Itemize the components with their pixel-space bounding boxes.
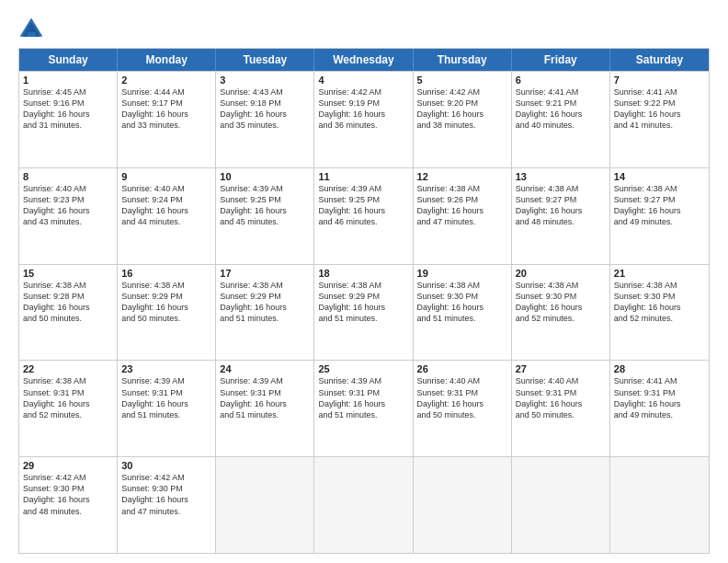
cal-cell: 29Sunrise: 4:42 AMSunset: 9:30 PMDayligh…	[19, 457, 118, 553]
cal-row-0: 1Sunrise: 4:45 AMSunset: 9:16 PMDaylight…	[19, 71, 709, 167]
logo	[18, 17, 48, 42]
day-number: 20	[516, 268, 606, 279]
cal-cell	[314, 457, 413, 553]
cell-text: Sunrise: 4:42 AMSunset: 9:30 PMDaylight:…	[23, 472, 113, 517]
day-number: 17	[220, 268, 310, 279]
page: SundayMondayTuesdayWednesdayThursdayFrid…	[0, 0, 728, 563]
day-number: 26	[417, 363, 507, 374]
day-number: 24	[220, 363, 310, 374]
cell-text: Sunrise: 4:40 AMSunset: 9:31 PMDaylight:…	[516, 375, 606, 420]
svg-rect-2	[27, 32, 35, 37]
day-number: 18	[318, 268, 408, 279]
cell-text: Sunrise: 4:41 AMSunset: 9:31 PMDaylight:…	[614, 375, 705, 420]
cal-row-4: 29Sunrise: 4:42 AMSunset: 9:30 PMDayligh…	[19, 456, 709, 553]
cell-text: Sunrise: 4:40 AMSunset: 9:31 PMDaylight:…	[417, 375, 507, 420]
cell-text: Sunrise: 4:38 AMSunset: 9:30 PMDaylight:…	[516, 280, 606, 325]
day-number: 30	[121, 460, 211, 471]
cal-cell: 12Sunrise: 4:38 AMSunset: 9:26 PMDayligh…	[414, 168, 512, 264]
cal-cell: 9Sunrise: 4:40 AMSunset: 9:24 PMDaylight…	[118, 168, 216, 264]
cal-cell: 11Sunrise: 4:39 AMSunset: 9:25 PMDayligh…	[314, 168, 413, 264]
cell-text: Sunrise: 4:38 AMSunset: 9:30 PMDaylight:…	[417, 280, 507, 325]
day-number: 9	[121, 171, 211, 182]
day-number: 23	[121, 363, 211, 374]
cal-cell	[512, 457, 610, 553]
calendar: SundayMondayTuesdayWednesdayThursdayFrid…	[18, 48, 710, 554]
cal-cell: 8Sunrise: 4:40 AMSunset: 9:23 PMDaylight…	[19, 168, 118, 264]
day-number: 19	[417, 268, 507, 279]
cal-cell: 5Sunrise: 4:42 AMSunset: 9:20 PMDaylight…	[414, 72, 512, 167]
day-number: 14	[614, 171, 705, 182]
cal-cell: 23Sunrise: 4:39 AMSunset: 9:31 PMDayligh…	[118, 361, 216, 456]
col-header-wednesday: Wednesday	[314, 49, 413, 71]
cell-text: Sunrise: 4:45 AMSunset: 9:16 PMDaylight:…	[23, 86, 113, 132]
cell-text: Sunrise: 4:38 AMSunset: 9:29 PMDaylight:…	[318, 280, 408, 325]
day-number: 11	[318, 171, 408, 182]
day-number: 4	[318, 75, 408, 86]
cal-cell: 30Sunrise: 4:42 AMSunset: 9:30 PMDayligh…	[118, 457, 216, 553]
day-number: 3	[220, 75, 310, 86]
col-header-tuesday: Tuesday	[216, 49, 314, 71]
cell-text: Sunrise: 4:39 AMSunset: 9:31 PMDaylight:…	[121, 375, 211, 420]
day-number: 15	[23, 268, 113, 279]
day-number: 5	[417, 75, 507, 86]
cal-cell: 25Sunrise: 4:39 AMSunset: 9:31 PMDayligh…	[314, 361, 413, 456]
cal-cell: 26Sunrise: 4:40 AMSunset: 9:31 PMDayligh…	[414, 361, 512, 456]
day-number: 13	[516, 171, 606, 182]
day-number: 10	[220, 171, 310, 182]
col-header-sunday: Sunday	[19, 49, 118, 71]
cell-text: Sunrise: 4:38 AMSunset: 9:31 PMDaylight:…	[23, 375, 113, 420]
cell-text: Sunrise: 4:38 AMSunset: 9:29 PMDaylight:…	[220, 280, 310, 325]
cal-cell: 21Sunrise: 4:38 AMSunset: 9:30 PMDayligh…	[610, 265, 709, 361]
cal-cell: 16Sunrise: 4:38 AMSunset: 9:29 PMDayligh…	[118, 265, 216, 361]
cal-cell: 15Sunrise: 4:38 AMSunset: 9:28 PMDayligh…	[19, 265, 118, 361]
col-header-friday: Friday	[512, 49, 610, 71]
day-number: 22	[23, 363, 113, 374]
cell-text: Sunrise: 4:38 AMSunset: 9:26 PMDaylight:…	[417, 183, 507, 228]
cal-row-3: 22Sunrise: 4:38 AMSunset: 9:31 PMDayligh…	[19, 360, 709, 456]
cal-cell: 6Sunrise: 4:41 AMSunset: 9:21 PMDaylight…	[512, 72, 610, 167]
cal-cell: 13Sunrise: 4:38 AMSunset: 9:27 PMDayligh…	[512, 168, 610, 264]
cell-text: Sunrise: 4:38 AMSunset: 9:30 PMDaylight:…	[614, 280, 705, 325]
header	[18, 17, 710, 42]
day-number: 2	[121, 75, 211, 86]
cal-cell: 28Sunrise: 4:41 AMSunset: 9:31 PMDayligh…	[610, 361, 709, 456]
cell-text: Sunrise: 4:39 AMSunset: 9:25 PMDaylight:…	[318, 183, 408, 228]
cell-text: Sunrise: 4:42 AMSunset: 9:30 PMDaylight:…	[121, 472, 211, 517]
cal-row-1: 8Sunrise: 4:40 AMSunset: 9:23 PMDaylight…	[19, 167, 709, 264]
day-number: 1	[23, 75, 113, 86]
cal-cell: 7Sunrise: 4:41 AMSunset: 9:22 PMDaylight…	[610, 72, 709, 167]
cal-cell: 1Sunrise: 4:45 AMSunset: 9:16 PMDaylight…	[19, 72, 118, 167]
cell-text: Sunrise: 4:42 AMSunset: 9:20 PMDaylight:…	[417, 86, 507, 132]
day-number: 29	[23, 460, 113, 471]
cell-text: Sunrise: 4:38 AMSunset: 9:28 PMDaylight:…	[23, 280, 113, 325]
col-header-thursday: Thursday	[414, 49, 512, 71]
cal-cell: 3Sunrise: 4:43 AMSunset: 9:18 PMDaylight…	[216, 72, 314, 167]
day-number: 12	[417, 171, 507, 182]
calendar-body: 1Sunrise: 4:45 AMSunset: 9:16 PMDaylight…	[19, 71, 709, 553]
cal-cell: 10Sunrise: 4:39 AMSunset: 9:25 PMDayligh…	[216, 168, 314, 264]
cell-text: Sunrise: 4:41 AMSunset: 9:21 PMDaylight:…	[516, 86, 606, 132]
cal-cell: 19Sunrise: 4:38 AMSunset: 9:30 PMDayligh…	[414, 265, 512, 361]
cell-text: Sunrise: 4:39 AMSunset: 9:31 PMDaylight:…	[220, 375, 310, 420]
cal-cell: 27Sunrise: 4:40 AMSunset: 9:31 PMDayligh…	[512, 361, 610, 456]
day-number: 27	[516, 363, 606, 374]
cal-cell: 20Sunrise: 4:38 AMSunset: 9:30 PMDayligh…	[512, 265, 610, 361]
cell-text: Sunrise: 4:38 AMSunset: 9:27 PMDaylight:…	[516, 183, 606, 228]
col-header-monday: Monday	[118, 49, 216, 71]
cal-row-2: 15Sunrise: 4:38 AMSunset: 9:28 PMDayligh…	[19, 264, 709, 361]
col-header-saturday: Saturday	[610, 49, 709, 71]
cell-text: Sunrise: 4:44 AMSunset: 9:17 PMDaylight:…	[121, 86, 211, 132]
day-number: 16	[121, 268, 211, 279]
cal-cell	[610, 457, 709, 553]
cal-cell	[216, 457, 314, 553]
day-number: 6	[516, 75, 606, 86]
day-number: 25	[318, 363, 408, 374]
cell-text: Sunrise: 4:43 AMSunset: 9:18 PMDaylight:…	[220, 86, 310, 132]
cal-cell: 14Sunrise: 4:38 AMSunset: 9:27 PMDayligh…	[610, 168, 709, 264]
cal-cell: 4Sunrise: 4:42 AMSunset: 9:19 PMDaylight…	[314, 72, 413, 167]
cell-text: Sunrise: 4:38 AMSunset: 9:27 PMDaylight:…	[614, 183, 705, 228]
cell-text: Sunrise: 4:42 AMSunset: 9:19 PMDaylight:…	[318, 86, 408, 132]
logo-icon	[18, 17, 44, 42]
day-number: 28	[614, 363, 705, 374]
cal-cell: 24Sunrise: 4:39 AMSunset: 9:31 PMDayligh…	[216, 361, 314, 456]
